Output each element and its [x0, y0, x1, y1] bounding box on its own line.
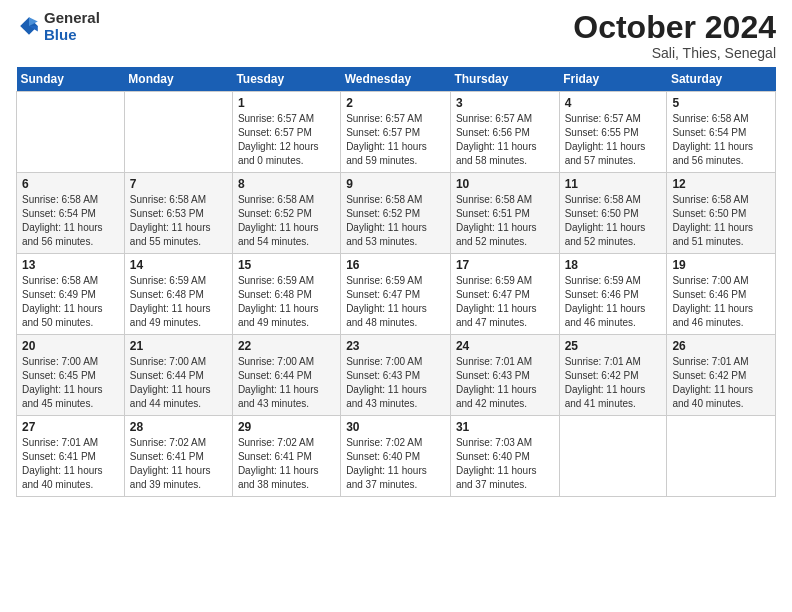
day-number: 5: [672, 96, 770, 110]
calendar-cell: [559, 416, 667, 497]
day-info: Sunrise: 7:00 AM Sunset: 6:44 PM Dayligh…: [130, 355, 227, 411]
calendar-cell: 7Sunrise: 6:58 AM Sunset: 6:53 PM Daylig…: [124, 173, 232, 254]
day-info: Sunrise: 6:58 AM Sunset: 6:50 PM Dayligh…: [672, 193, 770, 249]
day-info: Sunrise: 7:02 AM Sunset: 6:40 PM Dayligh…: [346, 436, 445, 492]
month-title: October 2024: [573, 10, 776, 45]
day-number: 31: [456, 420, 554, 434]
day-info: Sunrise: 6:58 AM Sunset: 6:54 PM Dayligh…: [672, 112, 770, 168]
logo-general: General: [44, 9, 100, 26]
header: General Blue October 2024 Sali, Thies, S…: [16, 10, 776, 61]
calendar-cell: [17, 92, 125, 173]
day-number: 30: [346, 420, 445, 434]
day-number: 20: [22, 339, 119, 353]
logo-icon: [18, 15, 40, 37]
calendar-cell: 18Sunrise: 6:59 AM Sunset: 6:46 PM Dayli…: [559, 254, 667, 335]
calendar-cell: 1Sunrise: 6:57 AM Sunset: 6:57 PM Daylig…: [232, 92, 340, 173]
day-info: Sunrise: 6:58 AM Sunset: 6:52 PM Dayligh…: [238, 193, 335, 249]
col-header-sunday: Sunday: [17, 67, 125, 92]
title-block: October 2024 Sali, Thies, Senegal: [573, 10, 776, 61]
day-info: Sunrise: 7:01 AM Sunset: 6:41 PM Dayligh…: [22, 436, 119, 492]
calendar-cell: 3Sunrise: 6:57 AM Sunset: 6:56 PM Daylig…: [450, 92, 559, 173]
day-info: Sunrise: 6:58 AM Sunset: 6:53 PM Dayligh…: [130, 193, 227, 249]
calendar-cell: [667, 416, 776, 497]
logo: General Blue: [16, 10, 100, 43]
calendar-cell: 31Sunrise: 7:03 AM Sunset: 6:40 PM Dayli…: [450, 416, 559, 497]
day-info: Sunrise: 6:58 AM Sunset: 6:49 PM Dayligh…: [22, 274, 119, 330]
col-header-friday: Friday: [559, 67, 667, 92]
day-number: 8: [238, 177, 335, 191]
col-header-wednesday: Wednesday: [341, 67, 451, 92]
calendar-cell: 6Sunrise: 6:58 AM Sunset: 6:54 PM Daylig…: [17, 173, 125, 254]
day-number: 26: [672, 339, 770, 353]
day-number: 3: [456, 96, 554, 110]
calendar-cell: 27Sunrise: 7:01 AM Sunset: 6:41 PM Dayli…: [17, 416, 125, 497]
calendar-cell: 28Sunrise: 7:02 AM Sunset: 6:41 PM Dayli…: [124, 416, 232, 497]
calendar-cell: 5Sunrise: 6:58 AM Sunset: 6:54 PM Daylig…: [667, 92, 776, 173]
calendar-cell: 21Sunrise: 7:00 AM Sunset: 6:44 PM Dayli…: [124, 335, 232, 416]
col-header-saturday: Saturday: [667, 67, 776, 92]
calendar-cell: 16Sunrise: 6:59 AM Sunset: 6:47 PM Dayli…: [341, 254, 451, 335]
col-header-tuesday: Tuesday: [232, 67, 340, 92]
logo-blue: Blue: [44, 26, 77, 43]
week-row-3: 13Sunrise: 6:58 AM Sunset: 6:49 PM Dayli…: [17, 254, 776, 335]
day-info: Sunrise: 7:02 AM Sunset: 6:41 PM Dayligh…: [130, 436, 227, 492]
day-info: Sunrise: 6:59 AM Sunset: 6:47 PM Dayligh…: [346, 274, 445, 330]
day-info: Sunrise: 6:58 AM Sunset: 6:54 PM Dayligh…: [22, 193, 119, 249]
calendar-cell: 11Sunrise: 6:58 AM Sunset: 6:50 PM Dayli…: [559, 173, 667, 254]
calendar-cell: 24Sunrise: 7:01 AM Sunset: 6:43 PM Dayli…: [450, 335, 559, 416]
calendar-cell: 19Sunrise: 7:00 AM Sunset: 6:46 PM Dayli…: [667, 254, 776, 335]
day-info: Sunrise: 7:00 AM Sunset: 6:45 PM Dayligh…: [22, 355, 119, 411]
week-row-1: 1Sunrise: 6:57 AM Sunset: 6:57 PM Daylig…: [17, 92, 776, 173]
day-number: 19: [672, 258, 770, 272]
day-number: 7: [130, 177, 227, 191]
day-number: 16: [346, 258, 445, 272]
calendar-cell: 26Sunrise: 7:01 AM Sunset: 6:42 PM Dayli…: [667, 335, 776, 416]
day-info: Sunrise: 7:00 AM Sunset: 6:46 PM Dayligh…: [672, 274, 770, 330]
calendar-cell: 25Sunrise: 7:01 AM Sunset: 6:42 PM Dayli…: [559, 335, 667, 416]
day-number: 9: [346, 177, 445, 191]
day-info: Sunrise: 6:57 AM Sunset: 6:56 PM Dayligh…: [456, 112, 554, 168]
day-info: Sunrise: 6:59 AM Sunset: 6:47 PM Dayligh…: [456, 274, 554, 330]
day-number: 12: [672, 177, 770, 191]
calendar-cell: 9Sunrise: 6:58 AM Sunset: 6:52 PM Daylig…: [341, 173, 451, 254]
day-info: Sunrise: 6:59 AM Sunset: 6:48 PM Dayligh…: [130, 274, 227, 330]
col-header-thursday: Thursday: [450, 67, 559, 92]
day-info: Sunrise: 6:57 AM Sunset: 6:57 PM Dayligh…: [346, 112, 445, 168]
day-info: Sunrise: 7:02 AM Sunset: 6:41 PM Dayligh…: [238, 436, 335, 492]
location: Sali, Thies, Senegal: [573, 45, 776, 61]
day-number: 15: [238, 258, 335, 272]
calendar-cell: 22Sunrise: 7:00 AM Sunset: 6:44 PM Dayli…: [232, 335, 340, 416]
page: General Blue October 2024 Sali, Thies, S…: [0, 0, 792, 612]
day-info: Sunrise: 6:58 AM Sunset: 6:51 PM Dayligh…: [456, 193, 554, 249]
day-info: Sunrise: 7:00 AM Sunset: 6:44 PM Dayligh…: [238, 355, 335, 411]
calendar-header-row: SundayMondayTuesdayWednesdayThursdayFrid…: [17, 67, 776, 92]
calendar-cell: 2Sunrise: 6:57 AM Sunset: 6:57 PM Daylig…: [341, 92, 451, 173]
day-info: Sunrise: 6:59 AM Sunset: 6:46 PM Dayligh…: [565, 274, 662, 330]
day-number: 28: [130, 420, 227, 434]
day-number: 6: [22, 177, 119, 191]
calendar-cell: 30Sunrise: 7:02 AM Sunset: 6:40 PM Dayli…: [341, 416, 451, 497]
day-number: 18: [565, 258, 662, 272]
calendar-cell: 8Sunrise: 6:58 AM Sunset: 6:52 PM Daylig…: [232, 173, 340, 254]
day-number: 11: [565, 177, 662, 191]
calendar-cell: [124, 92, 232, 173]
day-number: 4: [565, 96, 662, 110]
day-number: 21: [130, 339, 227, 353]
day-info: Sunrise: 6:59 AM Sunset: 6:48 PM Dayligh…: [238, 274, 335, 330]
day-number: 23: [346, 339, 445, 353]
day-info: Sunrise: 7:01 AM Sunset: 6:42 PM Dayligh…: [565, 355, 662, 411]
week-row-4: 20Sunrise: 7:00 AM Sunset: 6:45 PM Dayli…: [17, 335, 776, 416]
calendar-cell: 15Sunrise: 6:59 AM Sunset: 6:48 PM Dayli…: [232, 254, 340, 335]
day-number: 17: [456, 258, 554, 272]
calendar-cell: 12Sunrise: 6:58 AM Sunset: 6:50 PM Dayli…: [667, 173, 776, 254]
calendar-cell: 13Sunrise: 6:58 AM Sunset: 6:49 PM Dayli…: [17, 254, 125, 335]
day-number: 25: [565, 339, 662, 353]
day-info: Sunrise: 7:00 AM Sunset: 6:43 PM Dayligh…: [346, 355, 445, 411]
calendar-cell: 23Sunrise: 7:00 AM Sunset: 6:43 PM Dayli…: [341, 335, 451, 416]
day-number: 27: [22, 420, 119, 434]
day-info: Sunrise: 6:58 AM Sunset: 6:50 PM Dayligh…: [565, 193, 662, 249]
day-info: Sunrise: 6:57 AM Sunset: 6:55 PM Dayligh…: [565, 112, 662, 168]
calendar-cell: 10Sunrise: 6:58 AM Sunset: 6:51 PM Dayli…: [450, 173, 559, 254]
week-row-5: 27Sunrise: 7:01 AM Sunset: 6:41 PM Dayli…: [17, 416, 776, 497]
week-row-2: 6Sunrise: 6:58 AM Sunset: 6:54 PM Daylig…: [17, 173, 776, 254]
